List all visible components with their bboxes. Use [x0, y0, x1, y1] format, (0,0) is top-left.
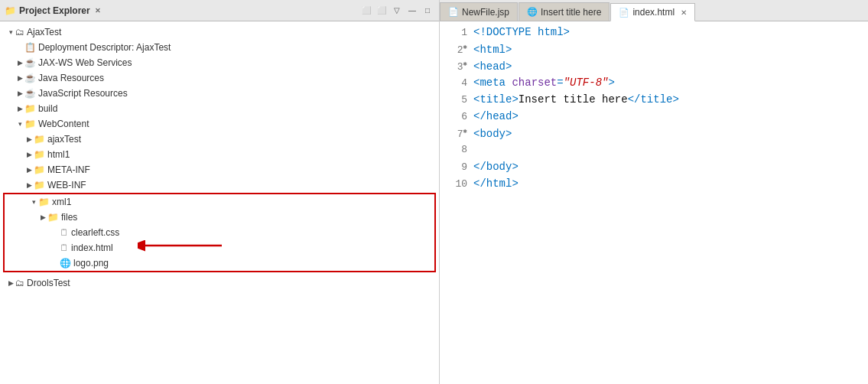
code-line-4: 4 <meta charset="UTF-8">: [440, 76, 868, 93]
icon-droolstest: 🗂: [15, 278, 24, 288]
line-num-10: 10: [446, 178, 467, 190]
tree-item-xml1[interactable]: ▾ 📁 xml1: [5, 194, 434, 210]
label-index: index.html: [71, 242, 113, 253]
label-clearleft: clearleft.css: [71, 227, 119, 238]
tab-indexhtml-icon: 📄: [619, 8, 629, 18]
tab-newfile-label: NewFile.jsp: [462, 7, 509, 18]
icon-ajaxtest: 🗂: [15, 27, 24, 37]
label-webinf: WEB-INF: [47, 180, 86, 190]
arrow-jsres: ▶: [15, 89, 24, 97]
arrow-webinf: ▶: [24, 181, 34, 189]
tree-item-deploy[interactable]: 📋 Deployment Descriptor: AjaxTest: [0, 40, 439, 55]
code-content-1: <!DOCTYPE html>: [473, 26, 570, 38]
code-content-3: <head>: [473, 60, 512, 73]
tree-item-build[interactable]: ▶ 📁 build: [0, 101, 439, 116]
arrow-html1: ▶: [24, 151, 34, 158]
label-deploy: Deployment Descriptor: AjaxTest: [38, 42, 171, 53]
arrow-files: ▶: [38, 213, 47, 221]
code-line-9: 9 </body>: [440, 161, 868, 177]
tab-bar: 📄 NewFile.jsp 🌐 Insert title here 📄 inde…: [440, 0, 868, 21]
icon-jsres: ☕: [24, 88, 36, 99]
icon-html1: 📁: [34, 149, 45, 160]
label-jaxws: JAX-WS Web Services: [38, 57, 132, 68]
line-num-9: 9: [446, 161, 467, 173]
line-num-6: 6: [446, 111, 467, 122]
project-explorer-icon: 📁: [5, 5, 16, 16]
icon-metainf: 📁: [34, 164, 45, 175]
toolbar-min-btn[interactable]: —: [405, 4, 419, 18]
label-droolstest: DroolsTest: [27, 278, 70, 288]
arrow-webcontent: ▾: [15, 120, 24, 128]
code-content-6: </head>: [473, 110, 519, 122]
line-num-8: 8: [446, 144, 467, 155]
panel-title-marker: ✕: [95, 7, 101, 15]
tree-item-html1[interactable]: ▶ 📁 html1: [0, 147, 439, 162]
panel-title-text: Project Explorer: [19, 5, 90, 16]
icon-xml1: 📁: [38, 197, 50, 207]
icon-files: 📁: [47, 212, 59, 223]
toolbar-expand-btn[interactable]: ⬜: [375, 4, 388, 18]
line-num-2: 2✱: [446, 43, 467, 56]
code-content-5: <title>Insert title here</title>: [473, 93, 679, 106]
red-arrow-svg: [138, 234, 229, 257]
tab-inserttitle-icon: 🌐: [527, 7, 538, 17]
icon-build: 📁: [24, 103, 36, 114]
tree-item-ajaxtest[interactable]: ▾ 🗂 AjaxTest: [0, 24, 439, 40]
icon-clearleft: 🗒: [60, 227, 69, 238]
line-num-3: 3✱: [446, 60, 467, 73]
code-content-2: <html>: [473, 44, 512, 56]
arrow-jaxws: ▶: [15, 59, 24, 67]
label-jsres: JavaScript Resources: [38, 88, 128, 99]
code-line-5: 5 <title>Insert title here</title>: [440, 93, 868, 110]
file-tree: ▾ 🗂 AjaxTest 📋 Deployment Descriptor: Aj…: [0, 21, 439, 384]
label-webcontent: WebContent: [38, 119, 89, 129]
tree-item-ajaxtest2[interactable]: ▶ 📁 ajaxTest: [0, 132, 439, 147]
code-line-8: 8: [440, 144, 868, 161]
arrow-javares: ▶: [15, 74, 24, 82]
panel-header: 📁 Project Explorer ✕ ⬜ ⬜ ▽ — □: [0, 0, 439, 21]
arrow-ajaxtest: ▾: [6, 28, 15, 36]
toolbar-collapse-btn[interactable]: ⬜: [359, 4, 373, 18]
code-editor[interactable]: 1 <!DOCTYPE html> 2✱ <html> 3✱ <head> 4 …: [440, 21, 868, 384]
line-num-7: 7✱: [446, 127, 467, 140]
label-html1: html1: [47, 149, 70, 160]
tree-item-logo[interactable]: 🌐 logo.png: [5, 255, 434, 271]
icon-logo: 🌐: [60, 258, 71, 268]
label-javares: Java Resources: [38, 73, 104, 83]
tab-newfile-icon: 📄: [448, 7, 459, 17]
highlight-box: ▾ 📁 xml1 ▶ 📁 files 🗒 clearleft.css: [3, 193, 436, 272]
line-num-4: 4: [446, 77, 467, 89]
tree-item-webinf[interactable]: ▶ 📁 WEB-INF: [0, 177, 439, 193]
label-build: build: [38, 103, 57, 114]
tree-item-javares[interactable]: ▶ ☕ Java Resources: [0, 70, 439, 86]
tab-inserttitle-label: Insert title here: [541, 7, 601, 18]
label-ajaxtest: AjaxTest: [27, 27, 61, 37]
label-ajaxtest2: ajaxTest: [47, 134, 81, 145]
tab-inserttitle[interactable]: 🌐 Insert title here: [519, 2, 610, 21]
icon-javares: ☕: [24, 73, 36, 83]
label-logo: logo.png: [73, 258, 109, 268]
tree-item-files[interactable]: ▶ 📁 files: [5, 210, 434, 225]
toolbar-max-btn[interactable]: □: [421, 4, 434, 18]
panel-toolbar: ⬜ ⬜ ▽ — □: [359, 4, 434, 18]
icon-webinf: 📁: [34, 180, 45, 190]
arrow-xml1: ▾: [29, 198, 38, 206]
tree-item-jaxws[interactable]: ▶ ☕ JAX-WS Web Services: [0, 55, 439, 70]
icon-deploy: 📋: [24, 42, 36, 53]
label-files: files: [61, 212, 77, 223]
tree-item-webcontent[interactable]: ▾ 📁 WebContent: [0, 116, 439, 132]
tree-item-jsres[interactable]: ▶ ☕ JavaScript Resources: [0, 86, 439, 101]
tab-newfile[interactable]: 📄 NewFile.jsp: [440, 2, 518, 21]
tab-indexhtml[interactable]: 📄 index.html ✕: [610, 3, 695, 21]
code-content-4: <meta charset="UTF-8">: [473, 76, 615, 89]
tree-item-droolstest[interactable]: ▶ 🗂 DroolsTest: [0, 275, 439, 291]
icon-index: 🗒: [60, 242, 69, 253]
icon-ajaxtest2: 📁: [34, 134, 45, 145]
toolbar-menu-btn[interactable]: ▽: [390, 4, 404, 18]
code-content-9: </body>: [473, 161, 519, 173]
code-line-3: 3✱ <head>: [440, 60, 868, 76]
line-num-1: 1: [446, 27, 467, 38]
tab-indexhtml-close[interactable]: ✕: [681, 8, 687, 17]
tree-item-metainf[interactable]: ▶ 📁 META-INF: [0, 162, 439, 177]
line-num-5: 5: [446, 94, 467, 106]
